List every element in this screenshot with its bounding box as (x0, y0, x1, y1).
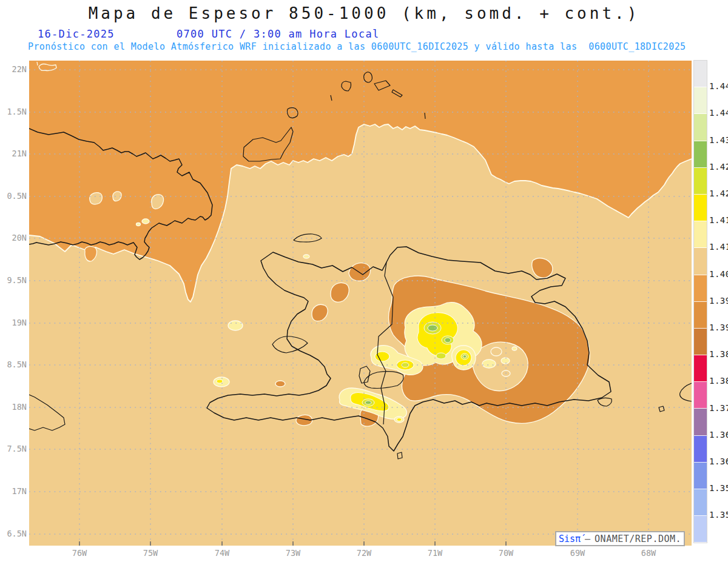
colorbar-cell-4 (694, 168, 707, 195)
thickness-contour-map (29, 61, 692, 546)
lat-label-17N: 17N (1, 486, 27, 496)
colorbar-label-1.434: 1.434 (709, 135, 728, 145)
colorbar-cell-12 (694, 382, 707, 409)
run-date: 16-Dic-2025 (38, 28, 115, 40)
colorbar-cell-9 (694, 302, 707, 329)
colorbar-cell-10 (694, 329, 707, 355)
lon-label-74W: 74W (206, 548, 238, 558)
lat-label-8.5N: 8.5N (1, 360, 27, 369)
lat-label-22N: 22N (1, 64, 27, 74)
colorbar-cell-8 (694, 275, 707, 302)
lon-label-71W: 71W (419, 548, 451, 558)
colorbar-cell-16 (694, 489, 707, 516)
colorbar-cell-1 (694, 87, 707, 114)
colorbar-cell-2 (694, 114, 707, 141)
lat-label-0.5N: 0.5N (1, 191, 27, 201)
colorbar-label-1.422: 1.422 (709, 189, 728, 198)
attribution-box: Sisπ́ – ONAMET/REP.DOM. (555, 531, 685, 546)
valid-time: 0700 UTC / 3:00 am Hora Local (177, 28, 380, 40)
colorbar-label-1.416: 1.416 (709, 215, 728, 225)
colorbar-label-1.386: 1.386 (709, 349, 728, 359)
colorbar-cell-7 (694, 248, 707, 275)
lon-label-76W: 76W (63, 548, 96, 558)
lon-label-75W: 75W (134, 548, 167, 558)
lon-label-73W: 73W (277, 548, 309, 558)
lon-label-70W: 70W (490, 548, 522, 558)
map-plot (29, 61, 692, 546)
colorbar-label-1.41: 1.41 (709, 242, 728, 252)
colorbar-cell-3 (694, 141, 707, 168)
colorbar-cell-15 (694, 463, 707, 489)
colorbar-cell-17 (694, 516, 707, 543)
colorbar-label-1.428: 1.428 (709, 162, 728, 172)
lon-label-69W: 69W (561, 548, 594, 558)
colorbar-label-1.35: 1.35 (709, 510, 728, 520)
attribution-org: ONAMET/REP.DOM. (595, 534, 681, 544)
lat-label-20N: 20N (1, 233, 27, 243)
weather-map-page: Mapa de Espesor 850-1000 (km, somd. + co… (0, 0, 728, 562)
colorbar-label-1.362: 1.362 (709, 457, 728, 466)
lat-label-18N: 18N (1, 402, 27, 412)
colorbar-cell-11 (694, 355, 707, 382)
colorbar-cell-5 (694, 195, 707, 221)
lat-label-1.5N: 1.5N (1, 107, 27, 116)
colorbar-label-1.392: 1.392 (709, 323, 728, 332)
lat-label-7.5N: 7.5N (1, 444, 27, 453)
colorbar (693, 60, 707, 543)
forecast-note: Pronóstico con el Modelo Atmósferico WRF… (28, 41, 686, 52)
lat-label-6.5N: 6.5N (1, 529, 27, 538)
colorbar-label-1.38: 1.38 (709, 376, 728, 386)
page-title: Mapa de Espesor 850-1000 (km, somd. + co… (0, 4, 728, 22)
colorbar-label-1.44: 1.44 (709, 108, 728, 118)
lon-label-68W: 68W (632, 548, 665, 558)
attribution-system: Sisπ́ (559, 534, 581, 544)
lat-label-21N: 21N (1, 149, 27, 158)
colorbar-label-1.368: 1.368 (709, 430, 728, 440)
colorbar-label-1.398: 1.398 (709, 296, 728, 306)
colorbar-label-1.446: 1.446 (709, 81, 728, 91)
attribution-separator: – (585, 534, 590, 544)
lat-label-19N: 19N (1, 318, 27, 327)
colorbar-label-1.404: 1.404 (709, 269, 728, 279)
colorbar-label-1.356: 1.356 (709, 483, 728, 493)
lon-label-72W: 72W (348, 548, 380, 558)
colorbar-cell-6 (694, 221, 707, 248)
colorbar-cell-0 (694, 61, 707, 87)
colorbar-label-1.374: 1.374 (709, 403, 728, 413)
colorbar-cell-13 (694, 409, 707, 435)
lat-label-9.5N: 9.5N (1, 275, 27, 285)
colorbar-cell-14 (694, 436, 707, 463)
